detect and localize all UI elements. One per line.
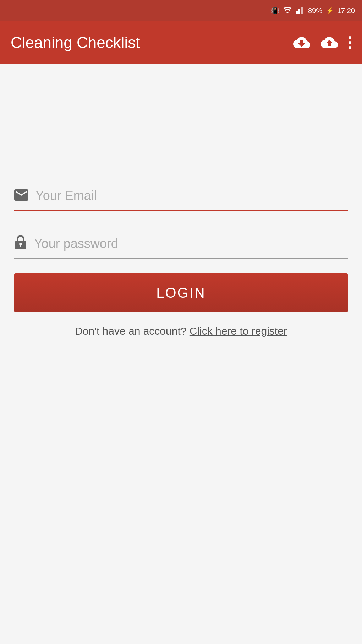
email-icon [14, 189, 28, 204]
app-bar: Cleaning Checklist [0, 21, 362, 64]
more-dot-1 [349, 36, 351, 39]
app-title: Cleaning Checklist [11, 34, 286, 52]
status-icons: 📳 89% ⚡ 17:20 [271, 6, 355, 16]
vibrate-icon: 📳 [271, 7, 279, 15]
more-options-button[interactable] [349, 36, 351, 49]
password-input-row [14, 226, 348, 259]
svg-rect-3 [301, 7, 303, 14]
svg-rect-0 [296, 11, 298, 14]
register-prompt-text: Don't have an account? [75, 325, 186, 337]
more-dot-3 [349, 46, 351, 49]
email-input[interactable] [35, 185, 348, 207]
more-dot-2 [349, 41, 351, 44]
app-bar-actions [293, 34, 351, 51]
cloud-download-button[interactable] [293, 34, 310, 51]
register-link[interactable]: Click here to register [190, 325, 287, 337]
svg-rect-1 [298, 9, 300, 14]
time-display: 17:20 [337, 7, 355, 15]
lock-icon [14, 234, 27, 252]
login-form: LOGIN Don't have an account? Click here … [14, 178, 348, 339]
password-input[interactable] [34, 233, 348, 255]
main-content: LOGIN Don't have an account? Click here … [0, 64, 362, 644]
email-input-row [14, 178, 348, 211]
login-button[interactable]: LOGIN [14, 273, 348, 312]
battery-icon: ⚡ [326, 7, 334, 15]
cloud-upload-button[interactable] [321, 34, 338, 51]
battery-percentage: 89% [308, 7, 322, 15]
wifi-icon [283, 6, 292, 16]
register-section: Don't have an account? Click here to reg… [14, 323, 348, 339]
status-bar: 📳 89% ⚡ 17:20 [0, 0, 362, 21]
signal-icon [296, 6, 305, 16]
